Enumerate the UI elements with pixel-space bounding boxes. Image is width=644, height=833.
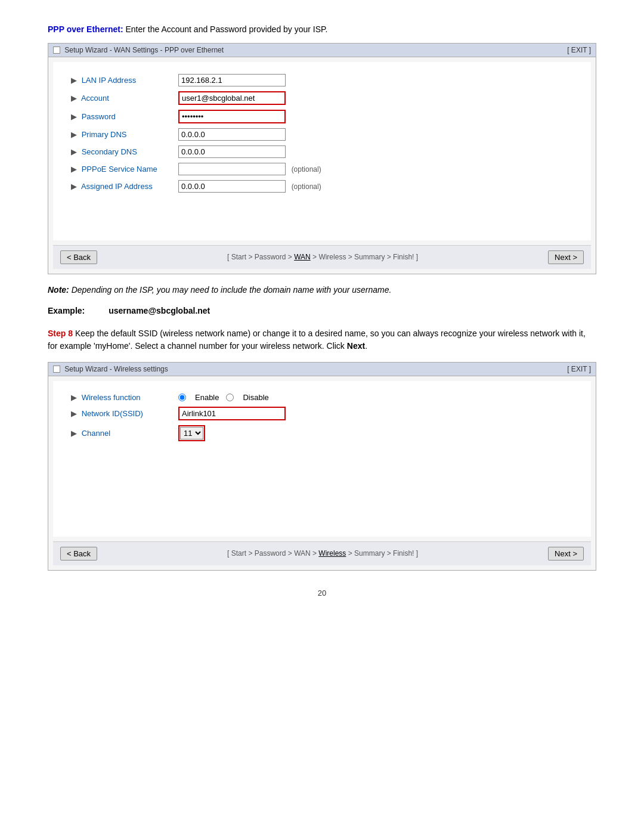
step8-bold-end: Next [347, 341, 365, 351]
wireless-enable-radio[interactable] [178, 394, 186, 401]
field-label-account: ▶ Account [67, 89, 175, 107]
breadcrumb-current-wireless: Wireless [318, 549, 346, 558]
next-button-wan[interactable]: Next > [548, 250, 584, 264]
wizard-title-wireless: Setup Wizard - Wireless settings [64, 365, 168, 373]
wan-form-table: ▶ LAN IP Address ▶ Account [67, 72, 577, 195]
field-label-primary-dns: ▶ Primary DNS [67, 126, 175, 143]
note-text: Depending on the ISP, you may need to in… [69, 285, 392, 295]
field-label-ssid: ▶ Network ID(SSID) [67, 404, 175, 423]
table-row: ▶ Network ID(SSID) [67, 404, 577, 423]
wizard-panel-wireless: Setup Wizard - Wireless settings [ EXIT … [48, 362, 596, 571]
field-label-lan: ▶ LAN IP Address [67, 72, 175, 89]
field-label-password: ▶ Password [67, 107, 175, 126]
breadcrumb-current-wan: WAN [294, 253, 311, 261]
table-row: ▶ Wireless function Enable Disable [67, 391, 577, 404]
title-rest: Enter the Account and Password provided … [123, 24, 328, 34]
spacer [67, 195, 577, 231]
wizard-header-left: Setup Wizard - WAN Settings - PPP over E… [53, 46, 224, 54]
breadcrumb-wireless: [ Start > Password > WAN > Wireless > Su… [97, 549, 548, 558]
table-row: ▶ Primary DNS [67, 126, 577, 143]
wizard-icon [53, 47, 60, 54]
wizard-icon-wireless [53, 366, 60, 373]
back-button-wireless[interactable]: < Back [60, 547, 97, 561]
optional-label-pppoe: (optional) [292, 165, 321, 174]
wizard-body-wireless: ▶ Wireless function Enable Disable [53, 381, 591, 537]
wizard-title-wan: Setup Wizard - WAN Settings - PPP over E… [64, 46, 224, 54]
field-label-pppoe-service: ▶ PPPoE Service Name [67, 160, 175, 178]
arrow-icon: ▶ [71, 165, 77, 174]
wireless-radio-group: Enable Disable [178, 393, 573, 402]
wireless-form-table: ▶ Wireless function Enable Disable [67, 391, 577, 444]
page-number: 20 [48, 589, 596, 597]
field-label-assigned-ip: ▶ Assigned IP Address [67, 178, 175, 195]
wizard-header-wireless: Setup Wizard - Wireless settings [ EXIT … [48, 363, 596, 376]
account-input[interactable] [178, 91, 286, 105]
wireless-enable-label: Enable [195, 393, 219, 402]
breadcrumb-wan: [ Start > Password > WAN > Wireless > Su… [97, 253, 548, 261]
wizard-exit-wireless[interactable]: [ EXIT ] [567, 365, 591, 373]
next-button-wireless[interactable]: Next > [548, 547, 584, 561]
note-section: Note: Depending on the ISP, you may need… [48, 284, 596, 296]
wizard-panel-wan: Setup Wizard - WAN Settings - PPP over E… [48, 43, 596, 274]
example-value: username@sbcglobal.net [109, 306, 210, 315]
table-row: ▶ Password [67, 107, 577, 126]
table-row: ▶ LAN IP Address [67, 72, 577, 89]
section1-title: PPP over Ethernet: Enter the Account and… [48, 24, 596, 36]
arrow-icon: ▶ [71, 429, 77, 438]
arrow-icon: ▶ [71, 147, 77, 156]
arrow-icon: ▶ [71, 76, 77, 85]
ssid-input[interactable] [178, 407, 286, 420]
arrow-icon: ▶ [71, 94, 77, 103]
wizard-body-wan: ▶ LAN IP Address ▶ Account [53, 62, 591, 240]
table-row: ▶ Account [67, 89, 577, 107]
primary-dns-input[interactable] [178, 128, 286, 141]
arrow-icon: ▶ [71, 393, 77, 402]
step8-number: Step 8 [48, 329, 73, 338]
assigned-ip-input[interactable] [178, 180, 286, 193]
lan-ip-input[interactable] [178, 74, 286, 86]
arrow-icon: ▶ [71, 112, 77, 121]
step8-text: Keep the default SSID (wireless network … [48, 329, 586, 351]
field-label-wireless-function: ▶ Wireless function [67, 391, 175, 404]
table-row: ▶ Assigned IP Address (optional) [67, 178, 577, 195]
wireless-disable-label: Disable [243, 393, 268, 402]
wizard-footer-wireless: < Back [ Start > Password > WAN > Wirele… [53, 541, 591, 565]
wizard-footer-wan: < Back [ Start > Password > WAN > Wirele… [53, 245, 591, 269]
optional-label-assigned: (optional) [292, 182, 321, 191]
field-label-secondary-dns: ▶ Secondary DNS [67, 143, 175, 160]
table-row: ▶ PPPoE Service Name (optional) [67, 160, 577, 178]
step8-section: Step 8 Keep the default SSID (wireless n… [48, 327, 596, 352]
arrow-icon: ▶ [71, 409, 77, 418]
password-input[interactable] [178, 110, 286, 123]
arrow-icon: ▶ [71, 130, 77, 139]
secondary-dns-input[interactable] [178, 145, 286, 158]
step8-text-end: . [365, 341, 367, 351]
channel-highlight-box: 1234 5678 91011 1213 [178, 425, 205, 441]
note-bold: Note: [48, 285, 69, 295]
wizard-exit-wan[interactable]: [ EXIT ] [567, 46, 591, 54]
table-row: ▶ Secondary DNS [67, 143, 577, 160]
title-blue: PPP over Ethernet: [48, 24, 123, 34]
field-label-channel: ▶ Channel [67, 423, 175, 444]
spacer2 [67, 444, 577, 527]
wireless-disable-radio[interactable] [226, 394, 234, 401]
example-label: Example: [48, 306, 85, 315]
arrow-icon: ▶ [71, 182, 77, 191]
wizard-header-wan: Setup Wizard - WAN Settings - PPP over E… [48, 44, 596, 57]
wizard-header-left-wireless: Setup Wizard - Wireless settings [53, 365, 168, 373]
back-button-wan[interactable]: < Back [60, 250, 97, 264]
pppoe-service-input[interactable] [178, 163, 286, 175]
example-section: Example: username@sbcglobal.net [48, 306, 596, 315]
channel-select[interactable]: 1234 5678 91011 1213 [180, 427, 203, 439]
table-row: ▶ Channel 1234 5678 91011 1213 [67, 423, 577, 444]
